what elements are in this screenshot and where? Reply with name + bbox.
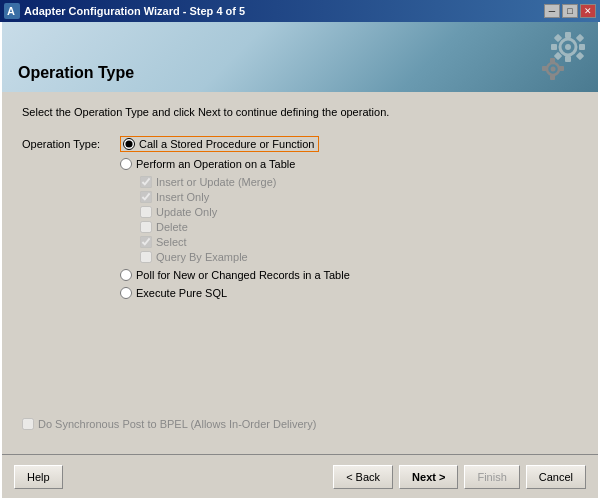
label-perform-operation[interactable]: Perform an Operation on a Table bbox=[136, 158, 295, 170]
checkbox-delete[interactable]: Delete bbox=[140, 221, 350, 233]
svg-rect-11 bbox=[576, 52, 584, 60]
cb-delete[interactable] bbox=[140, 221, 152, 233]
label-poll[interactable]: Poll for New or Changed Records in a Tab… bbox=[136, 269, 350, 281]
window-controls: ─ □ ✕ bbox=[544, 4, 596, 18]
help-button[interactable]: Help bbox=[14, 465, 63, 489]
radio-call-stored[interactable] bbox=[123, 138, 135, 150]
svg-rect-7 bbox=[579, 44, 585, 50]
wizard-header: Operation Type bbox=[2, 22, 598, 92]
cb-query-by-example[interactable] bbox=[140, 251, 152, 263]
app-icon: A bbox=[4, 3, 20, 19]
svg-rect-17 bbox=[559, 66, 564, 71]
sync-checkbox[interactable] bbox=[22, 418, 34, 430]
label-delete: Delete bbox=[156, 221, 188, 233]
wizard-content: Select the Operation Type and click Next… bbox=[2, 92, 598, 454]
svg-rect-15 bbox=[550, 75, 555, 80]
checkbox-insert-update[interactable]: Insert or Update (Merge) bbox=[140, 176, 350, 188]
label-select: Select bbox=[156, 236, 187, 248]
checkbox-select[interactable]: Select bbox=[140, 236, 350, 248]
cancel-button[interactable]: Cancel bbox=[526, 465, 586, 489]
maximize-button[interactable]: □ bbox=[562, 4, 578, 18]
checkbox-update-only[interactable]: Update Only bbox=[140, 206, 350, 218]
next-button[interactable]: Next > bbox=[399, 465, 458, 489]
instruction-text: Select the Operation Type and click Next… bbox=[22, 106, 578, 118]
svg-rect-14 bbox=[550, 58, 555, 63]
cb-insert-only[interactable] bbox=[140, 191, 152, 203]
radio-perform-operation[interactable] bbox=[120, 158, 132, 170]
title-bar: A Adapter Configuration Wizard - Step 4 … bbox=[0, 0, 600, 22]
radio-item-execute-sql[interactable]: Execute Pure SQL bbox=[120, 287, 350, 299]
radio-options-group: Call a Stored Procedure or Function Perf… bbox=[120, 136, 350, 299]
close-button[interactable]: ✕ bbox=[580, 4, 596, 18]
svg-point-13 bbox=[551, 67, 556, 72]
main-window: Operation Type Select the Operation Type… bbox=[0, 22, 600, 500]
label-query-by-example: Query By Example bbox=[156, 251, 248, 263]
radio-item-call-stored[interactable]: Call a Stored Procedure or Function bbox=[120, 136, 350, 152]
sync-checkbox-section: Do Synchronous Post to BPEL (Allows In-O… bbox=[22, 418, 578, 440]
operation-type-label: Operation Type: bbox=[22, 136, 112, 150]
svg-rect-6 bbox=[551, 44, 557, 50]
title-bar-text: Adapter Configuration Wizard - Step 4 of… bbox=[24, 5, 245, 17]
label-update-only: Update Only bbox=[156, 206, 217, 218]
finish-button[interactable]: Finish bbox=[464, 465, 519, 489]
cb-insert-update[interactable] bbox=[140, 176, 152, 188]
svg-rect-5 bbox=[565, 56, 571, 62]
checkbox-query-by-example[interactable]: Query By Example bbox=[140, 251, 350, 263]
page-title: Operation Type bbox=[18, 64, 582, 82]
svg-rect-4 bbox=[565, 32, 571, 38]
radio-poll[interactable] bbox=[120, 269, 132, 281]
checkbox-insert-only[interactable]: Insert Only bbox=[140, 191, 350, 203]
cb-update-only[interactable] bbox=[140, 206, 152, 218]
radio-item-perform-operation[interactable]: Perform an Operation on a Table bbox=[120, 158, 350, 170]
sync-checkbox-label: Do Synchronous Post to BPEL (Allows In-O… bbox=[38, 418, 316, 430]
back-button[interactable]: < Back bbox=[333, 465, 393, 489]
minimize-button[interactable]: ─ bbox=[544, 4, 560, 18]
label-execute-sql[interactable]: Execute Pure SQL bbox=[136, 287, 227, 299]
cb-select[interactable] bbox=[140, 236, 152, 248]
selected-option-border: Call a Stored Procedure or Function bbox=[120, 136, 319, 152]
gear-icon bbox=[533, 27, 588, 82]
label-insert-only: Insert Only bbox=[156, 191, 209, 203]
svg-rect-16 bbox=[542, 66, 547, 71]
svg-text:A: A bbox=[7, 5, 15, 17]
wizard-footer: Help < Back Next > Finish Cancel bbox=[2, 454, 598, 498]
radio-item-poll[interactable]: Poll for New or Changed Records in a Tab… bbox=[120, 269, 350, 281]
svg-rect-9 bbox=[576, 34, 584, 42]
sub-options-group: Insert or Update (Merge) Insert Only Upd… bbox=[140, 176, 350, 263]
label-call-stored[interactable]: Call a Stored Procedure or Function bbox=[139, 138, 314, 150]
svg-point-3 bbox=[565, 44, 571, 50]
label-insert-update: Insert or Update (Merge) bbox=[156, 176, 276, 188]
radio-execute-sql[interactable] bbox=[120, 287, 132, 299]
operation-type-section: Operation Type: Call a Stored Procedure … bbox=[22, 136, 578, 299]
